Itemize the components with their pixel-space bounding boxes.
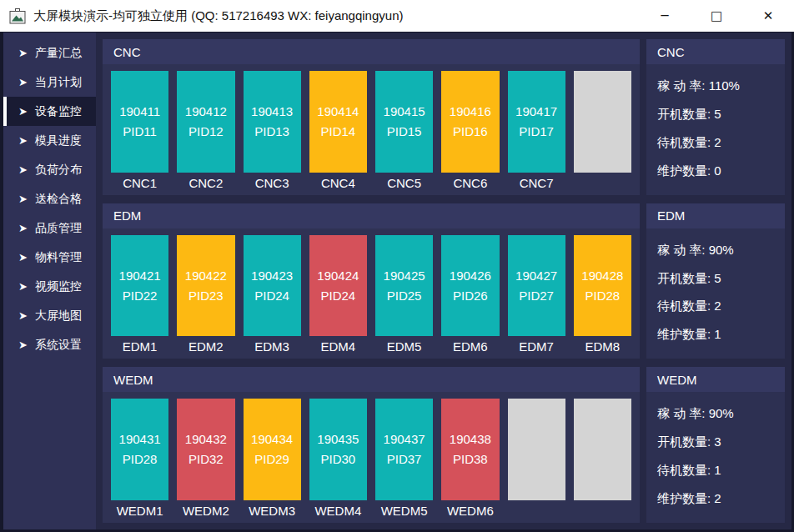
machine-slot: 190423PID24EDM3 <box>244 235 301 358</box>
machine-slot <box>508 399 565 521</box>
sidebar-item-label: 送检合格 <box>35 192 82 207</box>
app-picture-icon <box>9 8 26 24</box>
machine-tile-wedm-2[interactable]: 190432PID32 <box>177 399 234 500</box>
machine-code: 190432 <box>185 429 227 449</box>
machine-label: CNC4 <box>309 173 367 193</box>
machine-label <box>574 173 631 193</box>
stat-value: 2 <box>714 491 721 505</box>
sidebar-item-1[interactable]: ➤产量汇总 <box>3 38 96 68</box>
sidebar-item-6[interactable]: ➤送检合格 <box>3 184 96 213</box>
machine-tile-wedm-6[interactable]: 190438PID38 <box>441 399 499 500</box>
card-title: CNC <box>646 39 785 64</box>
arrow-right-icon: ➤ <box>18 252 28 263</box>
machine-tile-edm-5[interactable]: 190425PID25 <box>375 235 433 337</box>
sidebar-item-2[interactable]: ➤当月计划 <box>3 68 96 97</box>
machine-slot: 190421PID22EDM1 <box>111 235 168 358</box>
machine-tile-wedm-7[interactable] <box>508 399 565 500</box>
machine-label: CNC1 <box>111 173 168 193</box>
machine-tile-cnc-7[interactable]: 190417PID17 <box>508 71 565 173</box>
sidebar-item-9[interactable]: ➤视频监控 <box>3 272 96 301</box>
machine-code: 190434 <box>251 429 293 449</box>
sidebar-item-10[interactable]: ➤大屏地图 <box>3 301 96 330</box>
stat-line: 待机数量: 1 <box>657 463 781 479</box>
machine-label: EDM5 <box>375 336 433 357</box>
sidebar-item-label: 大屏地图 <box>35 309 82 324</box>
sidebar-item-3[interactable]: ➤设备监控 <box>3 97 96 126</box>
machine-pid: PID16 <box>453 122 488 142</box>
machine-tile-wedm-3[interactable]: 190434PID29 <box>244 399 301 500</box>
stat-label: 开机数量: <box>657 107 711 121</box>
machine-tile-cnc-2[interactable]: 190412PID12 <box>177 71 234 173</box>
machine-slot: 190424PID24EDM4 <box>309 235 367 358</box>
machine-tile-edm-2[interactable]: 190422PID23 <box>177 235 234 337</box>
arrow-right-icon: ➤ <box>18 77 28 88</box>
machine-slot: 190415PID15CNC5 <box>375 71 433 193</box>
machine-tile-edm-1[interactable]: 190421PID22 <box>111 235 168 337</box>
machine-pid: PID28 <box>123 449 158 469</box>
machine-tile-edm-6[interactable]: 190426PID26 <box>441 235 499 337</box>
machine-label: EDM2 <box>177 336 234 357</box>
maximize-button[interactable]: □ <box>691 0 742 32</box>
machine-code: 190431 <box>119 429 161 449</box>
machine-code: 190413 <box>251 102 293 122</box>
machine-pid: PID13 <box>254 122 289 142</box>
app-body: ➤产量汇总➤当月计划➤设备监控➤模具进度➤负荷分布➤送检合格➤品质管理➤物料管理… <box>0 32 794 532</box>
machine-tile-cnc-1[interactable]: 190411PID11 <box>111 71 168 173</box>
sidebar-item-4[interactable]: ➤模具进度 <box>3 126 96 155</box>
stat-line: 待机数量: 2 <box>657 299 781 314</box>
panel-title: WEDM <box>103 367 640 392</box>
machine-tile-wedm-5[interactable]: 190437PID37 <box>375 399 433 500</box>
machine-tile-edm-8[interactable]: 190428PID28 <box>574 235 631 337</box>
stat-line: 维护数量: 0 <box>657 163 781 179</box>
machine-slot: 190412PID12CNC2 <box>177 71 234 193</box>
arrow-right-icon: ➤ <box>18 223 28 233</box>
machine-pid: PID26 <box>453 286 488 306</box>
machine-tile-cnc-3[interactable]: 190413PID13 <box>244 71 301 173</box>
machine-tile-cnc-5[interactable]: 190415PID15 <box>375 71 433 173</box>
stat-line: 稼 动 率: 90% <box>657 243 781 258</box>
machine-slot: 190427PID27EDM7 <box>508 235 565 358</box>
machine-tile-cnc-6[interactable]: 190416PID16 <box>441 71 499 173</box>
stat-value: 110% <box>709 78 740 93</box>
machine-tile-edm-7[interactable]: 190427PID27 <box>508 235 565 337</box>
machine-pid: PID38 <box>453 449 488 469</box>
sidebar-item-8[interactable]: ➤物料管理 <box>3 243 96 272</box>
sidebar-item-label: 当月计划 <box>35 75 82 90</box>
machine-code: 190417 <box>515 102 557 122</box>
machine-tile-cnc-4[interactable]: 190414PID14 <box>309 71 367 173</box>
machine-slot: 190411PID11CNC1 <box>111 71 168 193</box>
machine-tile-cnc-8[interactable] <box>574 71 631 173</box>
machine-tile-wedm-8[interactable] <box>574 399 631 500</box>
machine-tile-wedm-4[interactable]: 190435PID30 <box>309 399 367 500</box>
sidebar-item-5[interactable]: ➤负荷分布 <box>3 155 96 184</box>
sidebar-item-11[interactable]: ➤系统设置 <box>3 330 96 359</box>
sidebar-item-label: 模具进度 <box>35 133 82 148</box>
machine-tile-wedm-1[interactable]: 190431PID28 <box>111 399 168 500</box>
machine-slot: 190416PID16CNC6 <box>441 71 499 193</box>
stat-label: 待机数量: <box>657 135 711 149</box>
stat-label: 维护数量: <box>657 327 711 341</box>
machine-pid: PID24 <box>254 286 289 306</box>
machine-pid: PID30 <box>321 449 356 469</box>
machine-pid: PID25 <box>387 286 422 306</box>
stat-label: 开机数量: <box>657 271 711 285</box>
minimize-button[interactable]: ─ <box>639 0 691 32</box>
stat-value: 0 <box>714 163 721 178</box>
machine-tile-edm-4[interactable]: 190424PID24 <box>309 235 367 337</box>
stat-value: 2 <box>714 299 721 313</box>
titlebar: 大屏模块演示-均可独立使用 (QQ: 517216493 WX: feiyang… <box>0 0 794 32</box>
sidebar-item-7[interactable]: ➤品质管理 <box>3 213 96 243</box>
machine-code: 190412 <box>185 102 227 122</box>
close-button[interactable]: ✕ <box>742 0 794 32</box>
stat-label: 稼 动 率: <box>657 78 706 93</box>
machine-pid: PID17 <box>519 122 554 142</box>
stat-value: 90% <box>709 406 734 420</box>
machine-label: WEDM4 <box>309 500 367 521</box>
machine-code: 190421 <box>119 266 161 286</box>
machine-code: 190415 <box>384 102 425 122</box>
machine-pid: PID23 <box>188 286 224 306</box>
sidebar-item-label: 产量汇总 <box>35 46 82 61</box>
machine-code: 190438 <box>450 429 491 449</box>
machine-slot: 190422PID23EDM2 <box>177 235 234 358</box>
machine-tile-edm-3[interactable]: 190423PID24 <box>244 235 301 337</box>
